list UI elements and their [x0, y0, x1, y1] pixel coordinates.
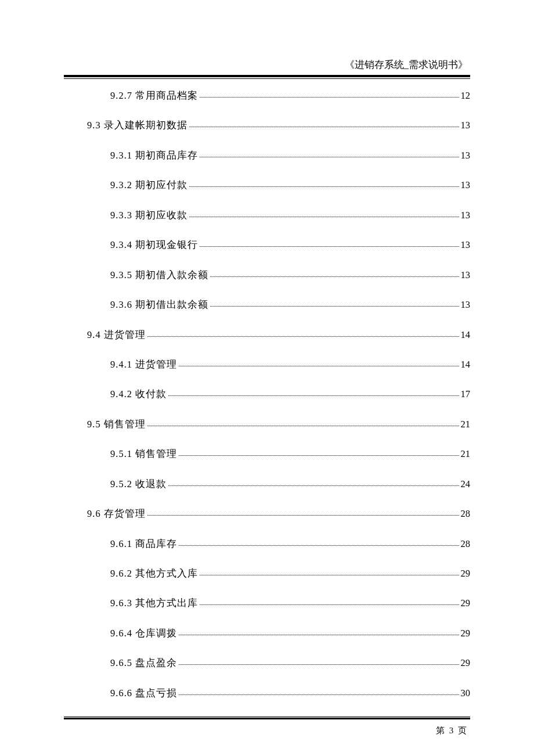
toc-label: 9.5 销售管理 [87, 418, 146, 430]
toc-label: 9.4.2 收付款 [110, 388, 167, 400]
toc-entry[interactable]: 9.6.3 其他方式出库29 [64, 597, 470, 609]
toc-leader-dots [189, 186, 459, 187]
toc-leader-dots [210, 276, 459, 277]
toc-leader-dots [210, 306, 459, 307]
toc-label: 9.6.3 其他方式出库 [110, 597, 198, 609]
toc-entry[interactable]: 9.4.1 进货管理14 [64, 358, 470, 370]
toc-page-number: 17 [461, 388, 471, 400]
toc-page-number: 28 [461, 538, 471, 550]
toc-label: 9.3.6 期初借出款余额 [110, 298, 208, 311]
toc-label: 9.5.1 销售管理 [110, 448, 177, 460]
toc-leader-dots [179, 694, 459, 695]
document-page: 《进销存系统_需求说明书》 9.2.7 常用商品档案129.3 录入建帐期初数据… [64, 58, 470, 698]
page-footer: 第 3 页 [64, 725, 470, 736]
toc-label: 9.2.7 常用商品档案 [110, 89, 198, 102]
toc-page-number: 21 [461, 418, 471, 430]
toc-page-number: 29 [461, 627, 471, 639]
toc-entry[interactable]: 9.2.7 常用商品档案12 [64, 89, 470, 102]
toc-page-number: 13 [461, 149, 471, 161]
toc-page-number: 24 [461, 478, 471, 490]
toc-page-number: 13 [461, 298, 471, 311]
toc-page-number: 21 [461, 448, 471, 460]
toc-label: 9.6 存货管理 [87, 507, 146, 520]
toc-leader-dots [179, 545, 459, 546]
toc-label: 9.6.5 盘点盈余 [110, 657, 177, 669]
toc-label: 9.3.1 期初商品库存 [110, 149, 198, 161]
toc-entry[interactable]: 9.6.1 商品库存28 [64, 538, 470, 550]
header-rule-thin [64, 78, 470, 79]
toc-leader-dots [200, 604, 459, 605]
toc-page-number: 13 [461, 239, 471, 251]
toc-leader-dots [147, 515, 459, 516]
toc-label: 9.3.5 期初借入款余额 [110, 269, 208, 281]
toc-label: 9.6.6 盘点亏损 [110, 687, 177, 699]
footer-rule-thick [64, 718, 470, 719]
toc-label: 9.6.1 商品库存 [110, 538, 177, 550]
toc-label: 9.4.1 进货管理 [110, 358, 177, 370]
toc-leader-dots [168, 485, 459, 486]
toc-page-number: 29 [461, 597, 471, 609]
toc-entry[interactable]: 9.6.5 盘点盈余29 [64, 657, 470, 669]
toc-leader-dots [179, 664, 459, 665]
toc-label: 9.4 进货管理 [87, 329, 146, 341]
table-of-contents: 9.2.7 常用商品档案129.3 录入建帐期初数据139.3.1 期初商品库存… [64, 89, 470, 699]
toc-entry[interactable]: 9.6.2 其他方式入库29 [64, 567, 470, 579]
toc-page-number: 13 [461, 269, 471, 281]
toc-label: 9.3.3 期初应收款 [110, 209, 187, 221]
toc-page-number: 13 [461, 119, 471, 131]
toc-page-number: 14 [461, 358, 471, 370]
toc-page-number: 29 [461, 657, 471, 669]
toc-entry[interactable]: 9.3.4 期初现金银行13 [64, 239, 470, 251]
toc-entry[interactable]: 9.6.4 仓库调拨29 [64, 627, 470, 639]
toc-leader-dots [189, 127, 459, 127]
toc-entry[interactable]: 9.6 存货管理28 [64, 507, 470, 520]
toc-leader-dots [200, 246, 459, 247]
toc-label: 9.5.2 收退款 [110, 478, 167, 490]
toc-leader-dots [200, 97, 459, 98]
toc-entry[interactable]: 9.3.5 期初借入款余额13 [64, 269, 470, 281]
toc-entry[interactable]: 9.4.2 收付款17 [64, 388, 470, 400]
toc-label: 9.6.2 其他方式入库 [110, 567, 198, 579]
header-title: 《进销存系统_需求说明书》 [64, 58, 470, 71]
toc-entry[interactable]: 9.5.1 销售管理21 [64, 448, 470, 460]
toc-page-number: 30 [461, 687, 471, 699]
footer-rule-thin [64, 717, 470, 717]
toc-entry[interactable]: 9.4 进货管理14 [64, 329, 470, 341]
toc-label: 9.3.2 期初应付款 [110, 179, 187, 191]
toc-page-number: 28 [461, 507, 471, 520]
toc-leader-dots [179, 635, 459, 635]
toc-label: 9.3 录入建帐期初数据 [87, 119, 187, 131]
toc-entry[interactable]: 9.5 销售管理21 [64, 418, 470, 430]
toc-leader-dots [179, 366, 459, 366]
toc-entry[interactable]: 9.3.1 期初商品库存13 [64, 149, 470, 161]
toc-leader-dots [189, 217, 459, 217]
toc-leader-dots [147, 336, 459, 337]
toc-entry[interactable]: 9.3.2 期初应付款13 [64, 179, 470, 191]
toc-leader-dots [168, 395, 459, 396]
toc-entry[interactable]: 9.3 录入建帐期初数据13 [64, 119, 470, 131]
toc-entry[interactable]: 9.6.6 盘点亏损30 [64, 687, 470, 699]
toc-label: 9.3.4 期初现金银行 [110, 239, 198, 251]
toc-page-number: 13 [461, 209, 471, 221]
toc-page-number: 29 [461, 567, 471, 579]
toc-entry[interactable]: 9.3.3 期初应收款13 [64, 209, 470, 221]
toc-entry[interactable]: 9.5.2 收退款24 [64, 478, 470, 490]
header-rule-thick [64, 75, 470, 77]
toc-page-number: 12 [461, 89, 471, 102]
toc-page-number: 13 [461, 179, 471, 191]
toc-leader-dots [200, 157, 459, 157]
toc-entry[interactable]: 9.3.6 期初借出款余额13 [64, 298, 470, 311]
toc-leader-dots [179, 455, 459, 456]
toc-label: 9.6.4 仓库调拨 [110, 627, 177, 639]
toc-leader-dots [200, 575, 459, 575]
toc-leader-dots [147, 426, 459, 426]
toc-page-number: 14 [461, 329, 471, 341]
